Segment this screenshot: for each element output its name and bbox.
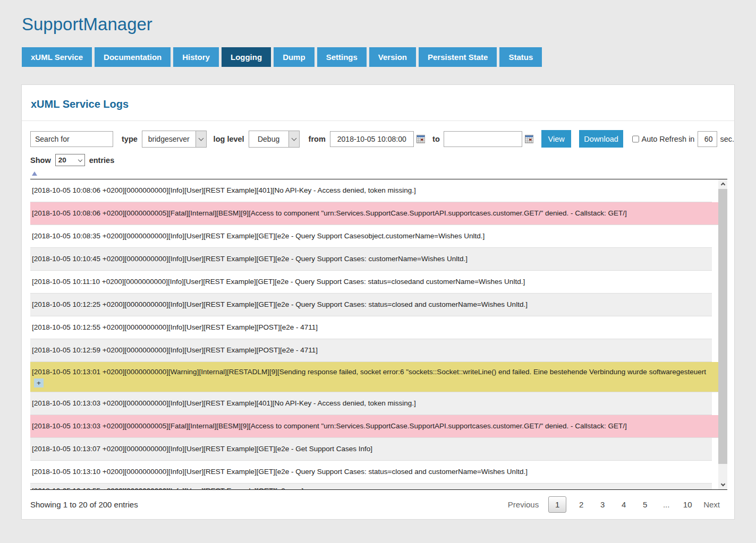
page-length-select[interactable]: 20 xyxy=(55,154,85,166)
tab-version[interactable]: Version xyxy=(369,47,416,67)
pagination-page-4[interactable]: 4 xyxy=(613,500,634,509)
log-row: [2018-10-05 10:10:45 +0200][0000000000][… xyxy=(30,248,712,271)
logs-panel: xUML Service Logs type bridgeserver log … xyxy=(21,84,735,520)
log-table: [2018-10-05 10:08:06 +0200][0000000000][… xyxy=(30,179,727,490)
calendar-icon[interactable] xyxy=(417,135,425,143)
auto-refresh-seconds-input[interactable] xyxy=(698,131,717,147)
from-datetime-input[interactable] xyxy=(330,131,414,147)
chevron-down-icon xyxy=(78,157,82,161)
expand-icon[interactable]: + xyxy=(34,378,44,387)
page-length-value: 20 xyxy=(58,156,79,164)
calendar-icon[interactable] xyxy=(525,135,533,143)
to-label: to xyxy=(432,135,440,143)
log-row-fatal: [2018-10-05 10:08:06 +0200][0000000005][… xyxy=(30,202,718,225)
tab-documentation[interactable]: Documentation xyxy=(95,47,171,67)
log-row: [2018-10-05 10:12:55 +0200][0000000000][… xyxy=(30,316,712,339)
vertical-scrollbar[interactable] xyxy=(718,179,727,489)
log-row: [2018-10-05 10:11:10 +0200][0000000000][… xyxy=(30,271,712,294)
scroll-down-icon[interactable] xyxy=(718,480,727,489)
log-row: [2018-10-05 10:12:59 +0200][0000000000][… xyxy=(30,339,712,362)
entries-label: entries xyxy=(89,156,115,165)
pagination: Previous 1 2 3 4 5 ... 10 Next xyxy=(503,496,725,513)
tab-logging[interactable]: Logging xyxy=(222,47,271,67)
loglevel-select-value: Debug xyxy=(249,131,288,147)
pagination-page-2[interactable]: 2 xyxy=(571,500,592,509)
log-row-warning: [2018-10-05 10:13:01 +0200][0000000000][… xyxy=(30,362,718,392)
from-label: from xyxy=(309,135,326,143)
tab-xuml-service[interactable]: xUML Service xyxy=(22,47,92,67)
log-row: [2018-10-05 10:12:25 +0200][0000000000][… xyxy=(30,294,712,316)
show-entries-row: Show 20 entries xyxy=(22,148,734,166)
view-button[interactable]: View xyxy=(541,130,571,148)
log-row: [2018-10-05 10:08:06 +0200][0000000000][… xyxy=(30,179,712,202)
pagination-previous[interactable]: Previous xyxy=(503,500,544,509)
filter-bar: type bridgeserver log level Debug from t… xyxy=(22,121,734,148)
tab-persistent-state[interactable]: Persistent State xyxy=(419,47,497,67)
pagination-ellipsis: ... xyxy=(656,500,677,509)
tab-history[interactable]: History xyxy=(173,47,219,67)
panel-title: xUML Service Logs xyxy=(22,85,734,120)
main-tabs: xUML Service Documentation History Loggi… xyxy=(22,47,756,67)
log-row: [2018-10-05 10:13:10 +0200][0000000000][… xyxy=(30,461,712,484)
auto-refresh-checkbox[interactable] xyxy=(632,135,639,143)
scroll-up-icon[interactable] xyxy=(718,179,727,188)
pagination-page-1[interactable]: 1 xyxy=(548,496,566,513)
entries-summary: Showing 1 to 20 of 200 entries xyxy=(30,500,138,509)
page-title: SupportManager xyxy=(0,0,756,35)
search-input[interactable] xyxy=(30,131,113,147)
tab-status[interactable]: Status xyxy=(499,47,542,67)
log-row: [2018-10-05 10:13:03 +0200][0000000000][… xyxy=(30,392,712,415)
type-label: type xyxy=(122,135,138,143)
loglevel-select[interactable]: Debug xyxy=(249,131,300,148)
chevron-down-icon xyxy=(288,131,299,147)
chevron-down-icon xyxy=(196,131,206,147)
table-footer: Showing 1 to 20 of 200 entries Previous … xyxy=(22,490,734,513)
seconds-unit-label: sec. xyxy=(720,135,734,143)
to-datetime-input[interactable] xyxy=(444,131,522,147)
pagination-next[interactable]: Next xyxy=(698,500,725,509)
download-button[interactable]: Download xyxy=(579,130,623,148)
type-select[interactable]: bridgeserver xyxy=(142,131,207,148)
scrollbar-thumb[interactable] xyxy=(718,189,727,464)
pagination-page-3[interactable]: 3 xyxy=(592,500,613,509)
loglevel-label: log level xyxy=(214,135,244,143)
pagination-page-5[interactable]: 5 xyxy=(634,500,656,509)
auto-refresh-label: Auto Refresh in xyxy=(641,135,694,143)
log-row-text: [2018-10-05 10:13:01 +0200][0000000000][… xyxy=(32,368,706,376)
log-row: [2018-10-05 10:08:35 +0200][0000000000][… xyxy=(30,225,712,248)
sort-asc-icon[interactable] xyxy=(32,171,37,176)
tab-settings[interactable]: Settings xyxy=(317,47,367,67)
log-row-fatal: [2018-10-05 10:13:03 +0200][0000000005][… xyxy=(30,415,718,438)
log-row: [2018-10-05 10:13:07 +0200][0000000000][… xyxy=(30,438,712,461)
tab-dump[interactable]: Dump xyxy=(274,47,315,67)
log-row: [2018-10-05 10:13:55 +0200][0000000000][… xyxy=(30,484,712,490)
show-label: Show xyxy=(30,156,51,165)
type-select-value: bridgeserver xyxy=(142,131,196,147)
pagination-page-10[interactable]: 10 xyxy=(677,500,698,509)
